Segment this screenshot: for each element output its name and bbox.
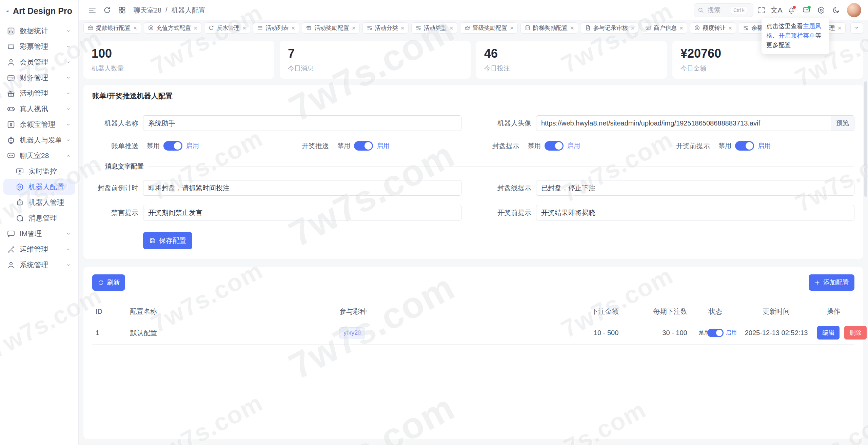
sidebar-item-realtime-monitor[interactable]: 实时监控 <box>3 163 75 179</box>
tab-ladder-reward-config[interactable]: 阶梯奖励配置 × <box>520 22 578 34</box>
sidebar-item-live-video[interactable]: 真人视讯 <box>3 101 75 117</box>
pre-draw-message-label: 开奖前提示 <box>485 208 536 217</box>
pre-seal-countdown-input[interactable] <box>143 184 461 192</box>
sidebar-item-finance-management[interactable]: 财务管理 <box>3 70 75 85</box>
sidebar-item-label: 财务管理 <box>20 73 61 82</box>
sidebar-item-robot-management[interactable]: 机器人管理 <box>3 195 75 210</box>
col-lottery: 参与彩种 <box>336 302 561 321</box>
sidebar-item-data-statistics[interactable]: 数据统计 <box>3 23 75 39</box>
close-icon[interactable]: × <box>631 25 634 31</box>
close-icon[interactable]: × <box>450 25 453 31</box>
tab-merchant-info[interactable]: 商户信息 × <box>641 22 687 34</box>
add-config-button-label: 添加配置 <box>823 278 849 287</box>
brand-name: Art Design Pro <box>13 6 72 16</box>
sidebar-item-yuebao-management[interactable]: 余额宝管理 <box>3 117 75 132</box>
collapse-sidebar-button[interactable] <box>85 3 99 17</box>
message-icon <box>16 214 24 222</box>
close-icon[interactable]: × <box>291 25 295 31</box>
save-icon <box>149 237 156 244</box>
top-menu-link[interactable]: 开启顶栏菜单 <box>778 32 815 39</box>
delete-button[interactable]: 删除 <box>844 326 867 340</box>
save-config-button[interactable]: 保存配置 <box>143 232 192 249</box>
tabs-dropdown-button[interactable] <box>850 22 863 34</box>
tab-recharge-method-config[interactable]: 充值方式配置 × <box>144 22 201 34</box>
robot-name-input[interactable] <box>143 119 461 127</box>
messages-button[interactable] <box>800 3 813 17</box>
close-icon[interactable]: × <box>352 25 355 31</box>
breadcrumb: 聊天室28 / 机器人配置 <box>134 6 205 15</box>
bill-push-switch[interactable] <box>163 141 182 151</box>
mute-hint-input[interactable] <box>143 209 461 217</box>
sidebar-item-label: 会员管理 <box>20 57 61 67</box>
global-search[interactable]: Ctrl k <box>694 3 753 17</box>
seal-hint-switch[interactable] <box>545 141 564 151</box>
tab-activity-list[interactable]: 活动列表 × <box>253 22 299 34</box>
tab-activity-type[interactable]: 活动类型 × <box>411 22 457 34</box>
sidebar-item-activity-management[interactable]: 活动管理 <box>3 85 75 101</box>
breadcrumb-parent[interactable]: 聊天室28 <box>134 6 161 15</box>
chevron-down-icon <box>65 262 72 268</box>
sidebar-item-system-management[interactable]: 系统管理 <box>3 257 75 273</box>
language-button[interactable]: 文A <box>770 3 783 17</box>
tab-withdraw-bank-config[interactable]: 提款银行配置 × <box>83 22 141 34</box>
sidebar-item-robot-config[interactable]: 机器人配置 <box>3 179 75 195</box>
close-icon[interactable]: × <box>194 25 197 31</box>
scrollbar-thumb[interactable] <box>864 81 867 197</box>
notifications-button[interactable] <box>785 3 798 17</box>
gamepad-icon <box>7 105 15 113</box>
tab-label: 充值方式配置 <box>156 24 191 32</box>
sidebar-item-im-management[interactable]: IM管理 <box>3 226 75 241</box>
tab-label: 商户信息 <box>654 24 677 32</box>
close-icon[interactable]: × <box>837 25 841 31</box>
tab-activity-reward-config[interactable]: 活动奖励配置 × <box>302 22 359 34</box>
pre-draw-hint-switch[interactable] <box>735 141 754 151</box>
tab-quota-transfer[interactable]: 额度转让 × <box>690 22 736 34</box>
edit-button[interactable]: 编辑 <box>817 326 840 340</box>
robot-avatar-input[interactable] <box>536 119 831 127</box>
sidebar-item-member-management[interactable]: 会员管理 <box>3 54 75 70</box>
close-icon[interactable]: × <box>242 25 246 31</box>
close-icon[interactable]: × <box>510 25 514 31</box>
tab-rebate-management[interactable]: 反水管理 × <box>204 22 250 34</box>
close-icon[interactable]: × <box>133 25 137 31</box>
close-icon[interactable]: × <box>570 25 574 31</box>
refresh-button[interactable]: 刷新 <box>92 274 125 291</box>
refresh-page-button[interactable] <box>100 3 114 17</box>
toggle-on-text: 启用 <box>186 141 199 150</box>
add-config-button[interactable]: 添加配置 <box>809 274 854 291</box>
close-icon[interactable]: × <box>728 25 732 31</box>
seal-line-hint-input[interactable] <box>536 184 854 192</box>
search-input[interactable] <box>707 6 728 14</box>
tab-activity-category[interactable]: 活动分类 × <box>362 22 409 34</box>
fullscreen-button[interactable] <box>755 3 768 17</box>
brand-logo[interactable]: Art Design Pro <box>0 0 78 22</box>
stat-value: 46 <box>484 46 659 61</box>
tab-label: 晋级奖励配置 <box>473 24 507 32</box>
chevron-down-icon <box>65 106 72 112</box>
apps-grid-button[interactable] <box>115 3 129 17</box>
stat-label: 今日投注 <box>484 64 659 73</box>
stat-card-today-messages: 7 今日消息 <box>280 41 471 79</box>
col-config-name: 配置名称 <box>126 302 336 321</box>
settings-button[interactable] <box>814 3 828 17</box>
chat-icon <box>7 152 15 160</box>
sidebar-item-lottery-management[interactable]: 彩票管理 <box>3 39 75 54</box>
sidebar-item-robot-dispatch[interactable]: 机器人与发单 <box>3 132 75 148</box>
dark-mode-button[interactable] <box>829 3 843 17</box>
draw-push-toggle-group: 开奖推送 禁用 启用 <box>283 141 473 151</box>
seal-line-hint-label: 封盘线提示 <box>485 183 536 193</box>
draw-push-switch[interactable] <box>354 141 373 151</box>
close-icon[interactable]: × <box>679 25 683 31</box>
tab-promotion-reward-config[interactable]: 晋级奖励配置 × <box>460 22 518 34</box>
close-icon[interactable]: × <box>401 25 405 31</box>
chevron-down-icon <box>65 121 72 128</box>
tab-participation-record-review[interactable]: 参与记录审核 × <box>581 22 638 34</box>
row-status-switch[interactable] <box>707 329 724 337</box>
sidebar: Art Design Pro 数据统计 彩票管理 会员管理 财务管理 <box>0 0 79 445</box>
sidebar-item-ops-management[interactable]: 运维管理 <box>3 241 75 257</box>
sidebar-item-chatroom28[interactable]: 聊天室28 <box>3 148 75 163</box>
sidebar-item-message-management[interactable]: 消息管理 <box>3 210 75 226</box>
avatar[interactable] <box>847 3 861 17</box>
preview-button[interactable]: 预览 <box>831 116 854 131</box>
pre-draw-message-input[interactable] <box>536 209 854 217</box>
